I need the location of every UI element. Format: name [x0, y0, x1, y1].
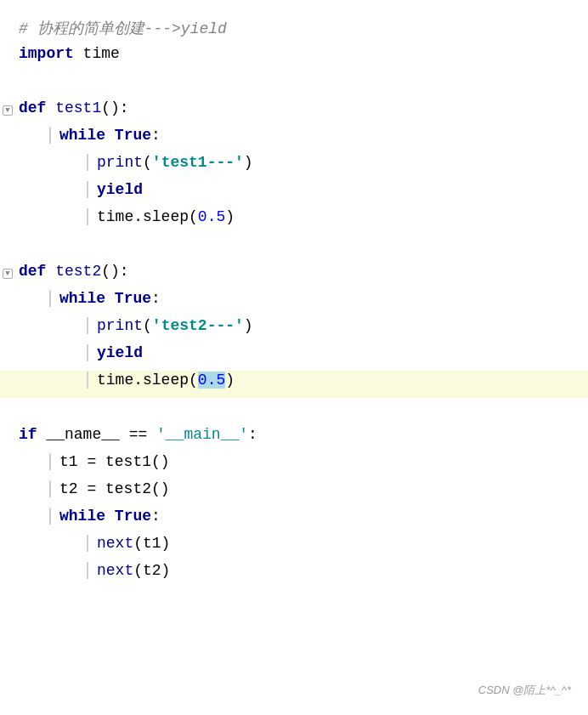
line-content-line-t1: t1 = test1()	[49, 453, 588, 470]
fold-arrow-line-def-test2[interactable]: ▼	[3, 269, 13, 279]
line-content-line-while3: while True:	[49, 508, 588, 525]
line-yield1: yield	[0, 180, 588, 207]
line-content-line-if-main: if __name__ == '__main__':	[19, 426, 588, 443]
line-sleep1: time.sleep(0.5)	[0, 207, 588, 235]
line-next1: next(t1)	[0, 534, 588, 561]
line-content-line-def-test1: def test1():	[19, 99, 588, 116]
line-content-line-comment: # 协程的简单创建--->yield	[19, 18, 588, 38]
line-content-line-sleep1: time.sleep(0.5)	[87, 208, 588, 225]
line-content-line-while1: while True:	[49, 127, 588, 144]
line-def-test2: ▼def test2():	[0, 262, 588, 289]
line-empty3	[0, 398, 588, 425]
fold-arrow-line-def-test1[interactable]: ▼	[3, 105, 13, 116]
code-container: # 协程的简单创建--->yieldimport time ▼def test1…	[0, 0, 588, 715]
line-t2: t2 = test2()	[0, 480, 588, 507]
line-empty1	[0, 71, 588, 99]
gutter-line-def-test2: ▼	[0, 269, 15, 279]
line-content-line-import: import time	[19, 45, 588, 62]
line-comment: # 协程的简单创建--->yield	[0, 17, 588, 44]
watermark-text: CSDN @陌上*^_^*	[478, 683, 571, 698]
line-content-line-next2: next(t2)	[87, 562, 588, 579]
line-content-line-def-test2: def test2():	[19, 263, 588, 280]
line-while3: while True:	[0, 507, 588, 534]
line-content-line-t2: t2 = test2()	[49, 480, 588, 497]
line-content-line-yield1: yield	[87, 181, 588, 198]
line-content-line-yield2: yield	[87, 344, 588, 361]
line-yield2: yield	[0, 343, 588, 371]
line-if-main: if __name__ == '__main__':	[0, 425, 588, 452]
line-while2: while True:	[0, 289, 588, 316]
line-print1: print('test1---')	[0, 153, 588, 180]
line-content-line-print2: print('test2---')	[87, 317, 588, 334]
line-content-line-print1: print('test1---')	[87, 154, 588, 171]
line-content-line-sleep2: time.sleep(0.5)	[87, 372, 588, 389]
line-next2: next(t2)	[0, 561, 588, 588]
line-sleep2: time.sleep(0.5)	[0, 371, 588, 398]
code-block: # 协程的简单创建--->yieldimport time ▼def test1…	[0, 17, 588, 588]
line-content-line-while2: while True:	[49, 290, 588, 307]
line-print2: print('test2---')	[0, 316, 588, 343]
line-def-test1: ▼def test1():	[0, 99, 588, 126]
line-import: import time	[0, 44, 588, 71]
line-while1: while True:	[0, 126, 588, 153]
line-content-line-empty3	[19, 399, 588, 416]
gutter-line-def-test1: ▼	[0, 105, 15, 116]
line-content-line-next1: next(t1)	[87, 535, 588, 552]
line-content-line-empty1	[19, 72, 588, 89]
line-t1: t1 = test1()	[0, 452, 588, 480]
line-empty2	[0, 235, 588, 262]
line-content-line-empty2	[19, 235, 588, 253]
